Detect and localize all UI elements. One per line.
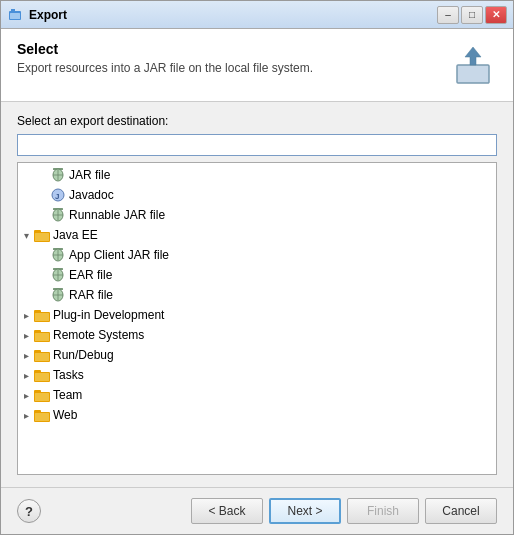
title-bar: Export – □ ✕ [1, 1, 513, 29]
tree-item-team[interactable]: ▸ Team [18, 385, 496, 405]
svg-rect-41 [35, 373, 49, 381]
header-description: Export resources into a JAR file on the … [17, 61, 449, 75]
footer-section: ? < Back Next > Finish Cancel [1, 487, 513, 534]
folder-icon [34, 347, 50, 363]
svg-rect-38 [35, 353, 49, 361]
tree-item-label: App Client JAR file [69, 248, 169, 262]
tree-item-label: Plug-in Development [53, 308, 164, 322]
tree-toggle-open[interactable]: ▾ [18, 227, 34, 243]
tree-item-label: Web [53, 408, 77, 422]
tree-item-label: Tasks [53, 368, 84, 382]
tree-item-tasks[interactable]: ▸ Tasks [18, 365, 496, 385]
folder-icon [34, 307, 50, 323]
tree-item-remote-systems[interactable]: ▸ Remote Systems [18, 325, 496, 345]
folder-icon [34, 387, 50, 403]
tree-item-run-debug[interactable]: ▸ Run/Debug [18, 345, 496, 365]
tree-item-runnable-jar[interactable]: Runnable JAR file [18, 205, 496, 225]
tree-item-app-client-jar[interactable]: App Client JAR file [18, 245, 496, 265]
close-button[interactable]: ✕ [485, 6, 507, 24]
footer-buttons: < Back Next > Finish Cancel [191, 498, 497, 524]
svg-rect-47 [35, 413, 49, 421]
svg-rect-2 [10, 13, 20, 19]
header-text: Select Export resources into a JAR file … [17, 41, 449, 75]
tree-item-label: Run/Debug [53, 348, 114, 362]
tree-item-label: Remote Systems [53, 328, 144, 342]
tree-item-rar-file[interactable]: RAR file [18, 285, 496, 305]
header-section: Select Export resources into a JAR file … [1, 29, 513, 102]
window-controls: – □ ✕ [437, 6, 507, 24]
tree-toggle-closed[interactable]: ▸ [18, 367, 34, 383]
back-button[interactable]: < Back [191, 498, 263, 524]
jar-icon [50, 207, 66, 223]
javadoc-icon: J [50, 187, 66, 203]
jar-icon [50, 287, 66, 303]
help-button[interactable]: ? [17, 499, 41, 523]
maximize-button[interactable]: □ [461, 6, 483, 24]
header-title: Select [17, 41, 449, 57]
window-title: Export [29, 8, 437, 22]
window-icon [7, 7, 23, 23]
tree-toggle-closed[interactable]: ▸ [18, 327, 34, 343]
svg-rect-44 [35, 393, 49, 401]
tree-item-label: Javadoc [69, 188, 114, 202]
tree-toggle-closed[interactable]: ▸ [18, 387, 34, 403]
footer-left: ? [17, 499, 41, 523]
jar-icon [50, 247, 66, 263]
tree-toggle-closed[interactable]: ▸ [18, 307, 34, 323]
tree-item-label: RAR file [69, 288, 113, 302]
cancel-button[interactable]: Cancel [425, 498, 497, 524]
tree-toggle-closed[interactable]: ▸ [18, 347, 34, 363]
tree-item-jar-file[interactable]: JAR file [18, 165, 496, 185]
svg-rect-35 [35, 333, 49, 341]
folder-icon [34, 367, 50, 383]
tree-item-label: Runnable JAR file [69, 208, 165, 222]
next-button[interactable]: Next > [269, 498, 341, 524]
finish-button[interactable]: Finish [347, 498, 419, 524]
folder-icon [34, 227, 50, 243]
search-input[interactable] [17, 134, 497, 156]
svg-marker-4 [465, 47, 481, 65]
tree-item-label: Java EE [53, 228, 98, 242]
main-section: Select an export destination: JAR file J… [1, 102, 513, 487]
destination-label: Select an export destination: [17, 114, 497, 128]
header-icon [449, 41, 497, 89]
svg-rect-32 [35, 313, 49, 321]
tree-item-java-ee[interactable]: ▾ Java EE [18, 225, 496, 245]
svg-rect-3 [457, 65, 489, 83]
svg-rect-17 [35, 233, 49, 241]
tree-item-label: EAR file [69, 268, 112, 282]
folder-icon [34, 407, 50, 423]
jar-icon [50, 267, 66, 283]
svg-rect-1 [11, 9, 15, 12]
tree-item-ear-file[interactable]: EAR file [18, 265, 496, 285]
export-window: Export – □ ✕ Select Export resources int… [0, 0, 514, 535]
tree-toggle-closed[interactable]: ▸ [18, 407, 34, 423]
folder-icon [34, 327, 50, 343]
tree-list[interactable]: JAR file J Javadoc Runnable JAR file▾ [18, 163, 496, 474]
tree-item-javadoc[interactable]: J Javadoc [18, 185, 496, 205]
tree-item-web[interactable]: ▸ Web [18, 405, 496, 425]
tree-item-label: Team [53, 388, 82, 402]
minimize-button[interactable]: – [437, 6, 459, 24]
tree-item-plugin-dev[interactable]: ▸ Plug-in Development [18, 305, 496, 325]
tree-container: JAR file J Javadoc Runnable JAR file▾ [17, 162, 497, 475]
svg-text:J: J [55, 192, 59, 201]
jar-icon [50, 167, 66, 183]
tree-item-label: JAR file [69, 168, 110, 182]
